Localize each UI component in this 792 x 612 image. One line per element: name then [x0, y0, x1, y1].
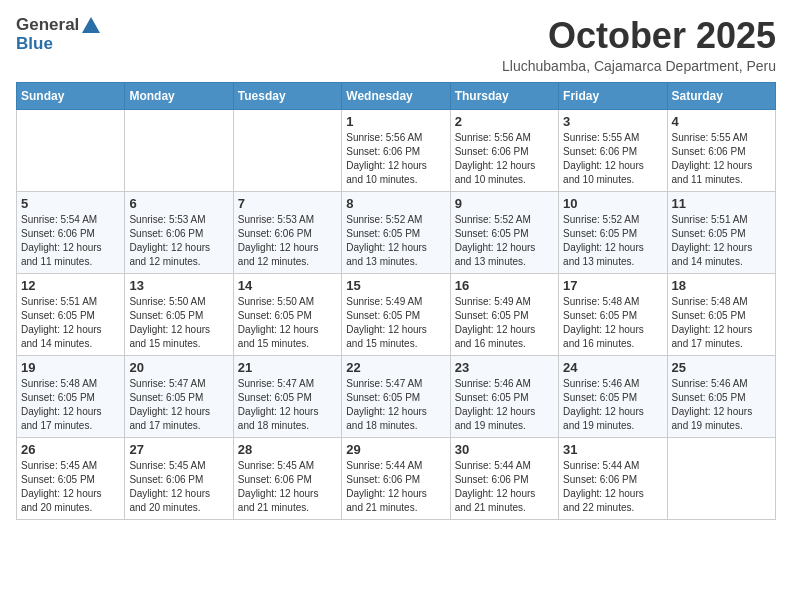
day-number: 20 [129, 360, 228, 375]
day-info: Sunrise: 5:44 AM Sunset: 6:06 PM Dayligh… [455, 459, 554, 515]
day-number: 18 [672, 278, 771, 293]
calendar-cell: 29Sunrise: 5:44 AM Sunset: 6:06 PM Dayli… [342, 437, 450, 519]
day-info: Sunrise: 5:52 AM Sunset: 6:05 PM Dayligh… [563, 213, 662, 269]
calendar-cell: 24Sunrise: 5:46 AM Sunset: 6:05 PM Dayli… [559, 355, 667, 437]
day-number: 21 [238, 360, 337, 375]
weekday-header: Saturday [667, 82, 775, 109]
calendar-cell [125, 109, 233, 191]
day-info: Sunrise: 5:53 AM Sunset: 6:06 PM Dayligh… [129, 213, 228, 269]
calendar-cell: 5Sunrise: 5:54 AM Sunset: 6:06 PM Daylig… [17, 191, 125, 273]
day-info: Sunrise: 5:53 AM Sunset: 6:06 PM Dayligh… [238, 213, 337, 269]
day-number: 5 [21, 196, 120, 211]
calendar-cell: 31Sunrise: 5:44 AM Sunset: 6:06 PM Dayli… [559, 437, 667, 519]
day-number: 25 [672, 360, 771, 375]
calendar-table: SundayMondayTuesdayWednesdayThursdayFrid… [16, 82, 776, 520]
calendar-cell: 6Sunrise: 5:53 AM Sunset: 6:06 PM Daylig… [125, 191, 233, 273]
calendar-cell: 14Sunrise: 5:50 AM Sunset: 6:05 PM Dayli… [233, 273, 341, 355]
day-info: Sunrise: 5:55 AM Sunset: 6:06 PM Dayligh… [672, 131, 771, 187]
calendar-cell: 13Sunrise: 5:50 AM Sunset: 6:05 PM Dayli… [125, 273, 233, 355]
logo-triangle-icon [82, 17, 100, 33]
page-header: General Blue October 2025 Lluchubamba, C… [16, 16, 776, 74]
day-number: 31 [563, 442, 662, 457]
calendar-cell: 19Sunrise: 5:48 AM Sunset: 6:05 PM Dayli… [17, 355, 125, 437]
calendar-cell: 28Sunrise: 5:45 AM Sunset: 6:06 PM Dayli… [233, 437, 341, 519]
day-info: Sunrise: 5:54 AM Sunset: 6:06 PM Dayligh… [21, 213, 120, 269]
calendar-cell: 15Sunrise: 5:49 AM Sunset: 6:05 PM Dayli… [342, 273, 450, 355]
day-number: 13 [129, 278, 228, 293]
day-number: 7 [238, 196, 337, 211]
calendar-cell: 30Sunrise: 5:44 AM Sunset: 6:06 PM Dayli… [450, 437, 558, 519]
day-info: Sunrise: 5:46 AM Sunset: 6:05 PM Dayligh… [672, 377, 771, 433]
logo: General Blue [16, 16, 100, 53]
logo-general: General [16, 16, 79, 35]
calendar-cell: 16Sunrise: 5:49 AM Sunset: 6:05 PM Dayli… [450, 273, 558, 355]
day-number: 24 [563, 360, 662, 375]
calendar-week-row: 5Sunrise: 5:54 AM Sunset: 6:06 PM Daylig… [17, 191, 776, 273]
day-info: Sunrise: 5:50 AM Sunset: 6:05 PM Dayligh… [129, 295, 228, 351]
day-info: Sunrise: 5:49 AM Sunset: 6:05 PM Dayligh… [346, 295, 445, 351]
calendar-cell: 7Sunrise: 5:53 AM Sunset: 6:06 PM Daylig… [233, 191, 341, 273]
calendar-cell: 18Sunrise: 5:48 AM Sunset: 6:05 PM Dayli… [667, 273, 775, 355]
day-number: 28 [238, 442, 337, 457]
day-number: 23 [455, 360, 554, 375]
day-info: Sunrise: 5:45 AM Sunset: 6:06 PM Dayligh… [129, 459, 228, 515]
day-number: 1 [346, 114, 445, 129]
calendar-cell: 23Sunrise: 5:46 AM Sunset: 6:05 PM Dayli… [450, 355, 558, 437]
day-info: Sunrise: 5:48 AM Sunset: 6:05 PM Dayligh… [672, 295, 771, 351]
calendar-cell: 10Sunrise: 5:52 AM Sunset: 6:05 PM Dayli… [559, 191, 667, 273]
calendar-cell: 21Sunrise: 5:47 AM Sunset: 6:05 PM Dayli… [233, 355, 341, 437]
day-number: 11 [672, 196, 771, 211]
day-info: Sunrise: 5:44 AM Sunset: 6:06 PM Dayligh… [563, 459, 662, 515]
month-title: October 2025 [502, 16, 776, 56]
day-number: 17 [563, 278, 662, 293]
calendar-cell: 12Sunrise: 5:51 AM Sunset: 6:05 PM Dayli… [17, 273, 125, 355]
calendar-cell: 3Sunrise: 5:55 AM Sunset: 6:06 PM Daylig… [559, 109, 667, 191]
calendar-cell: 11Sunrise: 5:51 AM Sunset: 6:05 PM Dayli… [667, 191, 775, 273]
day-info: Sunrise: 5:51 AM Sunset: 6:05 PM Dayligh… [672, 213, 771, 269]
day-info: Sunrise: 5:46 AM Sunset: 6:05 PM Dayligh… [455, 377, 554, 433]
calendar-week-row: 12Sunrise: 5:51 AM Sunset: 6:05 PM Dayli… [17, 273, 776, 355]
calendar-cell: 26Sunrise: 5:45 AM Sunset: 6:05 PM Dayli… [17, 437, 125, 519]
logo-blue: Blue [16, 34, 53, 53]
calendar-cell: 9Sunrise: 5:52 AM Sunset: 6:05 PM Daylig… [450, 191, 558, 273]
weekday-header: Friday [559, 82, 667, 109]
calendar-week-row: 1Sunrise: 5:56 AM Sunset: 6:06 PM Daylig… [17, 109, 776, 191]
day-number: 26 [21, 442, 120, 457]
weekday-header: Wednesday [342, 82, 450, 109]
weekday-header: Monday [125, 82, 233, 109]
location-title: Lluchubamba, Cajamarca Department, Peru [502, 58, 776, 74]
day-number: 3 [563, 114, 662, 129]
day-info: Sunrise: 5:47 AM Sunset: 6:05 PM Dayligh… [238, 377, 337, 433]
day-info: Sunrise: 5:51 AM Sunset: 6:05 PM Dayligh… [21, 295, 120, 351]
calendar-cell: 22Sunrise: 5:47 AM Sunset: 6:05 PM Dayli… [342, 355, 450, 437]
calendar-cell: 20Sunrise: 5:47 AM Sunset: 6:05 PM Dayli… [125, 355, 233, 437]
day-info: Sunrise: 5:56 AM Sunset: 6:06 PM Dayligh… [455, 131, 554, 187]
calendar-cell: 25Sunrise: 5:46 AM Sunset: 6:05 PM Dayli… [667, 355, 775, 437]
day-number: 19 [21, 360, 120, 375]
day-number: 2 [455, 114, 554, 129]
day-info: Sunrise: 5:47 AM Sunset: 6:05 PM Dayligh… [129, 377, 228, 433]
day-info: Sunrise: 5:47 AM Sunset: 6:05 PM Dayligh… [346, 377, 445, 433]
calendar-week-row: 26Sunrise: 5:45 AM Sunset: 6:05 PM Dayli… [17, 437, 776, 519]
calendar-cell: 8Sunrise: 5:52 AM Sunset: 6:05 PM Daylig… [342, 191, 450, 273]
calendar-cell: 17Sunrise: 5:48 AM Sunset: 6:05 PM Dayli… [559, 273, 667, 355]
day-info: Sunrise: 5:50 AM Sunset: 6:05 PM Dayligh… [238, 295, 337, 351]
day-number: 10 [563, 196, 662, 211]
day-info: Sunrise: 5:49 AM Sunset: 6:05 PM Dayligh… [455, 295, 554, 351]
day-info: Sunrise: 5:45 AM Sunset: 6:05 PM Dayligh… [21, 459, 120, 515]
day-number: 16 [455, 278, 554, 293]
title-block: October 2025 Lluchubamba, Cajamarca Depa… [502, 16, 776, 74]
calendar-cell [233, 109, 341, 191]
day-info: Sunrise: 5:52 AM Sunset: 6:05 PM Dayligh… [346, 213, 445, 269]
day-info: Sunrise: 5:44 AM Sunset: 6:06 PM Dayligh… [346, 459, 445, 515]
day-number: 15 [346, 278, 445, 293]
weekday-header: Sunday [17, 82, 125, 109]
calendar-cell [17, 109, 125, 191]
calendar-cell [667, 437, 775, 519]
weekday-header-row: SundayMondayTuesdayWednesdayThursdayFrid… [17, 82, 776, 109]
day-number: 4 [672, 114, 771, 129]
day-info: Sunrise: 5:56 AM Sunset: 6:06 PM Dayligh… [346, 131, 445, 187]
day-info: Sunrise: 5:48 AM Sunset: 6:05 PM Dayligh… [563, 295, 662, 351]
day-number: 6 [129, 196, 228, 211]
calendar-cell: 4Sunrise: 5:55 AM Sunset: 6:06 PM Daylig… [667, 109, 775, 191]
